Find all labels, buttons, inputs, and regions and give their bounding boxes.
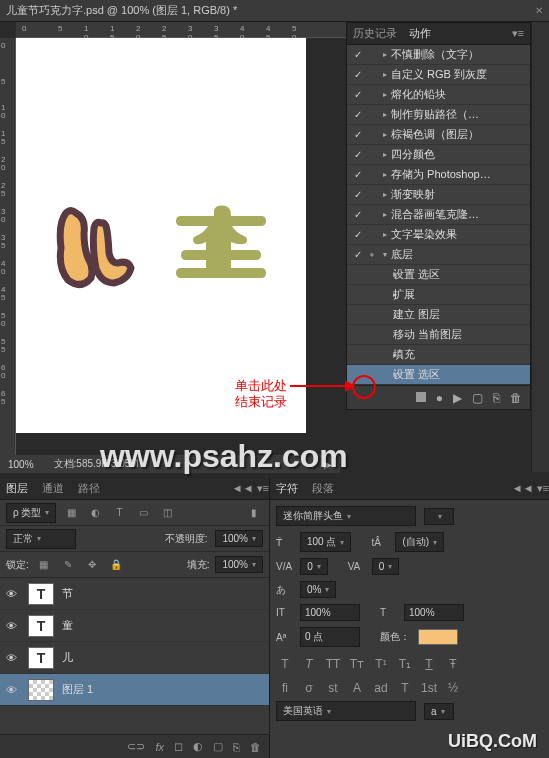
strikethrough-button[interactable]: Ŧ	[444, 657, 462, 671]
stop-recording-button[interactable]	[416, 391, 426, 405]
tab-character[interactable]: 字符	[276, 481, 298, 496]
ordinals-button[interactable]: ad	[372, 681, 390, 695]
fractions-button[interactable]: 1st	[420, 681, 438, 695]
vscale-input[interactable]: 100%	[300, 604, 360, 621]
filter-text-icon[interactable]: T	[110, 504, 128, 522]
layers-list: 👁T节👁T童👁T儿👁图层 1	[0, 578, 269, 734]
lock-position-icon[interactable]: ✥	[83, 556, 101, 574]
action-item[interactable]: ✓▸自定义 RGB 到灰度	[347, 65, 530, 85]
filter-shape-icon[interactable]: ▭	[134, 504, 152, 522]
antialiasing-select[interactable]: a	[424, 703, 454, 720]
lock-pixels-icon[interactable]: ✎	[59, 556, 77, 574]
baseline-shift-input[interactable]: 0%	[300, 581, 336, 598]
action-item[interactable]: ▸扩展	[347, 285, 530, 305]
smallcaps-button[interactable]: Tᴛ	[348, 657, 366, 671]
layer-fx-button[interactable]: fx	[155, 741, 164, 753]
tab-channels[interactable]: 通道	[42, 481, 64, 496]
layer-row[interactable]: 👁图层 1	[0, 674, 269, 706]
underline-button[interactable]: T	[420, 657, 438, 671]
titling-button[interactable]: T	[396, 681, 414, 695]
allcaps-button[interactable]: TT	[324, 657, 342, 671]
action-item[interactable]: 移动 当前图层	[347, 325, 530, 345]
action-item[interactable]: ✓▸熔化的铅块	[347, 85, 530, 105]
layer-row[interactable]: 👁T童	[0, 610, 269, 642]
record-button[interactable]: ●	[436, 391, 443, 405]
visibility-icon[interactable]: 👁	[6, 684, 20, 696]
layer-mask-button[interactable]: ◻	[174, 740, 183, 753]
layer-row[interactable]: 👁T节	[0, 578, 269, 610]
hscale-input[interactable]: 100%	[404, 604, 464, 621]
swash-button[interactable]: A	[348, 681, 366, 695]
action-item[interactable]: 建立 图层	[347, 305, 530, 325]
action-item[interactable]: ✓▸文字晕染效果	[347, 225, 530, 245]
action-item[interactable]: ✓▸棕褐色调（图层）	[347, 125, 530, 145]
document-title: 儿童节巧克力字.psd @ 100% (图层 1, RGB/8) *	[6, 3, 237, 18]
text-color-swatch[interactable]	[418, 629, 458, 645]
action-item[interactable]: ✓▸存储为 Photoshop…	[347, 165, 530, 185]
new-folder-button[interactable]: ▢	[472, 391, 483, 405]
leading-input[interactable]: (自动)	[395, 532, 444, 552]
font-size-input[interactable]: 100 点	[300, 532, 351, 552]
action-item[interactable]: ✓▸渐变映射	[347, 185, 530, 205]
panel-dock-right	[531, 22, 549, 472]
delete-layer-button[interactable]: 🗑	[250, 741, 261, 753]
link-layers-button[interactable]: ⊂⊃	[127, 740, 145, 753]
oldstyle-button[interactable]: σ	[300, 681, 318, 695]
play-button[interactable]: ▶	[453, 391, 462, 405]
font-style-select[interactable]	[424, 508, 454, 525]
new-action-button[interactable]: ⎘	[493, 391, 500, 405]
panel-collapse-icon[interactable]: ◄◄ ▾≡	[232, 482, 269, 495]
visibility-icon[interactable]: 👁	[6, 620, 20, 632]
visibility-icon[interactable]: 👁	[6, 588, 20, 600]
italic-button[interactable]: T	[300, 657, 318, 671]
action-item[interactable]: ▸填充	[347, 345, 530, 365]
opacity-input[interactable]: 100%	[215, 530, 263, 547]
filter-smart-icon[interactable]: ◫	[158, 504, 176, 522]
filter-image-icon[interactable]: ▦	[62, 504, 80, 522]
blend-mode-select[interactable]: 正常	[6, 529, 76, 549]
tab-history[interactable]: 历史记录	[353, 26, 397, 41]
visibility-icon[interactable]: 👁	[6, 652, 20, 664]
tab-actions[interactable]: 动作	[409, 26, 431, 41]
panel-menu-icon[interactable]: ▾≡	[506, 25, 530, 42]
kerning-input[interactable]: 0	[300, 558, 328, 575]
discretionary-button[interactable]: ½	[444, 681, 462, 695]
aa-icon: Aª	[276, 632, 292, 643]
layer-group-button[interactable]: ▢	[213, 740, 223, 753]
action-item[interactable]: ✓●▾底层	[347, 245, 530, 265]
tracking-input[interactable]: 0	[372, 558, 400, 575]
panel-collapse-icon[interactable]: ◄◄ ▾≡	[512, 482, 549, 495]
action-item[interactable]: ✓▸制作剪贴路径（…	[347, 105, 530, 125]
aa-input[interactable]: 0 点	[300, 627, 360, 647]
action-item[interactable]: ✓▸四分颜色	[347, 145, 530, 165]
tab-paths[interactable]: 路径	[78, 481, 100, 496]
document-canvas[interactable]	[16, 38, 306, 433]
zoom-level[interactable]: 100%	[8, 459, 34, 470]
filter-type-select[interactable]: ρ 类型	[6, 503, 56, 523]
action-item[interactable]: ✓▸不慎删除（文字）	[347, 45, 530, 65]
ligatures-button[interactable]: fi	[276, 681, 294, 695]
delete-button[interactable]: 🗑	[510, 391, 522, 405]
lock-transparent-icon[interactable]: ▦	[35, 556, 53, 574]
layer-lock-row: 锁定: ▦ ✎ ✥ 🔒 填充: 100%	[0, 552, 269, 578]
action-item[interactable]: ▸设置 选区	[347, 265, 530, 285]
new-layer-button[interactable]: ⎘	[233, 741, 240, 753]
filter-toggle[interactable]: ▮	[245, 504, 263, 522]
tab-paragraph[interactable]: 段落	[312, 481, 334, 496]
language-select[interactable]: 美国英语	[276, 701, 416, 721]
stylistic-button[interactable]: st	[324, 681, 342, 695]
watermark-corner: UiBQ.CoM	[448, 731, 537, 752]
close-icon[interactable]: ✕	[535, 5, 543, 16]
superscript-button[interactable]: T¹	[372, 657, 390, 671]
fill-input[interactable]: 100%	[215, 556, 263, 573]
tab-layers[interactable]: 图层	[6, 481, 28, 496]
baseline-shift-icon: あ	[276, 583, 292, 597]
adjustment-layer-button[interactable]: ◐	[193, 740, 203, 753]
bold-button[interactable]: T	[276, 657, 294, 671]
filter-adjust-icon[interactable]: ◐	[86, 504, 104, 522]
action-item[interactable]: ✓▸混合器画笔克隆…	[347, 205, 530, 225]
lock-all-icon[interactable]: 🔒	[107, 556, 125, 574]
subscript-button[interactable]: T₁	[396, 657, 414, 671]
font-family-select[interactable]: 迷你简胖头鱼	[276, 506, 416, 526]
layer-row[interactable]: 👁T儿	[0, 642, 269, 674]
